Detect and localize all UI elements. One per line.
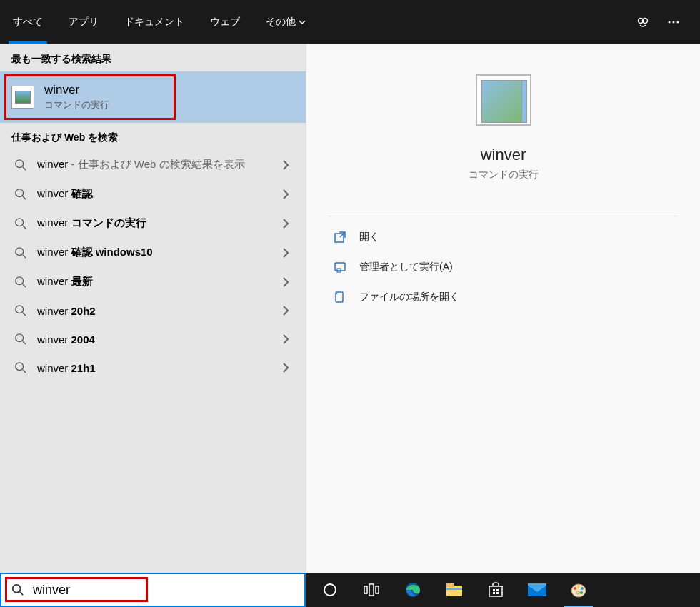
svg-point-3 [673, 21, 675, 24]
svg-point-17 [16, 334, 24, 342]
tab-more[interactable]: その他 [253, 0, 319, 44]
search-icon [14, 333, 27, 346]
svg-point-15 [16, 306, 24, 313]
action-open-location[interactable]: ファイルの場所を開く [328, 282, 679, 312]
search-input[interactable] [33, 583, 294, 598]
svg-line-14 [23, 284, 26, 287]
svg-point-2 [669, 21, 671, 24]
svg-point-44 [581, 587, 584, 590]
taskbar-cortana[interactable] [313, 573, 347, 607]
chevron-right-icon [280, 333, 291, 345]
taskbar-edge[interactable] [396, 573, 430, 607]
folder-icon [334, 291, 346, 304]
svg-rect-39 [496, 592, 499, 594]
svg-rect-32 [446, 586, 462, 596]
preview-subtitle: コマンドの実行 [469, 169, 539, 181]
svg-rect-38 [493, 592, 495, 594]
action-label: ファイルの場所を開く [359, 291, 459, 304]
web-search-header: 仕事および Web を検索 [0, 123, 306, 150]
best-match-item[interactable]: winver コマンドの実行 [0, 71, 306, 123]
svg-point-11 [16, 247, 24, 255]
svg-rect-22 [335, 263, 345, 271]
svg-point-5 [16, 159, 24, 167]
chevron-right-icon [280, 218, 291, 229]
divider [328, 216, 679, 216]
search-icon [14, 246, 27, 259]
suggestion-item[interactable]: winver コマンドの実行 [0, 209, 306, 238]
search-icon [14, 276, 27, 289]
taskbar-taskview[interactable] [354, 573, 389, 607]
svg-line-10 [23, 225, 26, 229]
action-open[interactable]: 開く [328, 222, 679, 252]
more-icon[interactable] [667, 16, 680, 29]
svg-point-25 [13, 585, 21, 593]
svg-line-8 [23, 196, 26, 199]
suggestion-item[interactable]: winver 20h2 [0, 296, 306, 325]
preview-panel: winver コマンドの実行 開く 管理者として実行(A) ファイルの場所を開く [306, 44, 700, 573]
suggestion-item[interactable]: winver 最新 [0, 267, 306, 296]
chevron-right-icon [280, 362, 291, 373]
chevron-right-icon [280, 159, 291, 171]
search-icon [14, 188, 27, 201]
tab-web[interactable]: ウェブ [197, 0, 253, 44]
suggestion-item[interactable]: winver 確認 [0, 179, 306, 209]
svg-point-7 [16, 189, 24, 196]
chevron-right-icon [280, 305, 291, 316]
search-icon [14, 217, 27, 230]
taskbar-explorer[interactable] [437, 573, 471, 607]
action-run-admin[interactable]: 管理者として実行(A) [328, 252, 679, 282]
chevron-down-icon [299, 19, 306, 26]
taskbar-store[interactable] [479, 573, 513, 607]
chevron-right-icon [280, 189, 291, 200]
svg-rect-37 [496, 589, 499, 591]
svg-line-26 [20, 592, 24, 596]
search-icon [14, 304, 27, 317]
svg-rect-36 [493, 589, 495, 591]
svg-line-16 [23, 313, 26, 316]
search-icon [14, 159, 27, 171]
svg-point-45 [580, 591, 583, 594]
search-icon [14, 361, 27, 374]
admin-icon [334, 261, 346, 274]
svg-rect-30 [376, 586, 379, 593]
suggestion-item[interactable]: winver - 仕事および Web の検索結果を表示 [0, 150, 306, 179]
svg-point-46 [576, 591, 580, 594]
open-icon [334, 231, 346, 244]
tab-all[interactable]: すべて [0, 0, 56, 44]
suggestion-item[interactable]: winver 21h1 [0, 353, 306, 382]
svg-point-42 [574, 587, 576, 590]
app-icon [11, 86, 34, 109]
tab-documents[interactable]: ドキュメント [111, 0, 197, 44]
svg-line-12 [23, 254, 26, 258]
search-header: すべて アプリ ドキュメント ウェブ その他 [0, 0, 700, 44]
action-label: 開く [359, 231, 379, 244]
svg-point-43 [577, 585, 580, 588]
svg-rect-33 [446, 583, 454, 587]
search-bar[interactable] [0, 573, 306, 607]
svg-point-27 [324, 584, 336, 596]
svg-point-19 [16, 363, 24, 371]
results-panel: 最も一致する検索結果 winver コマンドの実行 仕事および Web を検索 … [0, 44, 306, 573]
svg-point-13 [16, 276, 24, 284]
feedback-icon[interactable] [636, 15, 650, 29]
svg-line-20 [23, 370, 26, 373]
result-subtitle: コマンドの実行 [44, 99, 294, 111]
svg-line-6 [23, 166, 26, 170]
chevron-right-icon [280, 276, 291, 288]
tab-apps[interactable]: アプリ [56, 0, 111, 44]
taskbar [306, 573, 700, 607]
suggestion-item[interactable]: winver 確認 windows10 [0, 238, 306, 267]
filter-tabs: すべて アプリ ドキュメント ウェブ その他 [0, 0, 319, 44]
suggestion-item[interactable]: winver 2004 [0, 325, 306, 353]
result-title: winver [44, 83, 294, 97]
svg-point-9 [16, 218, 24, 226]
taskbar-mail[interactable] [520, 573, 554, 607]
preview-app-icon [476, 74, 531, 126]
action-label: 管理者として実行(A) [359, 261, 453, 274]
taskbar-paint[interactable] [561, 573, 596, 607]
svg-rect-28 [364, 586, 367, 593]
svg-rect-34 [446, 588, 462, 590]
svg-rect-29 [369, 584, 374, 596]
search-icon [11, 583, 24, 596]
preview-title: winver [481, 146, 526, 164]
